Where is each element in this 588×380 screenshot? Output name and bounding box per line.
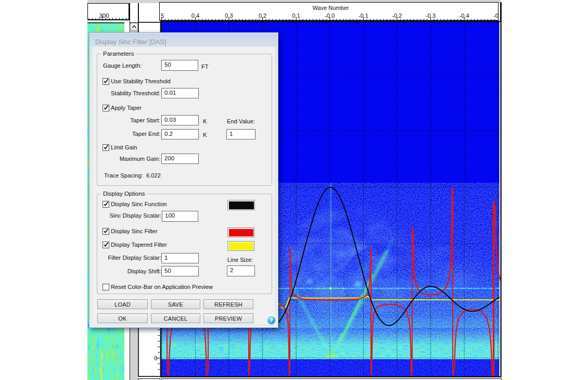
svg-text:-0.1: -0.1 — [359, 12, 368, 19]
svg-text:-0.0: -0.0 — [325, 12, 335, 19]
svg-text:-0.: -0. — [493, 12, 498, 19]
svg-text:0.2: 0.2 — [259, 12, 266, 19]
svg-text:0.3: 0.3 — [225, 12, 233, 19]
svg-text:-0.3: -0.3 — [426, 12, 436, 19]
svg-text:5: 5 — [161, 12, 164, 19]
svg-text:Wave Number: Wave Number — [313, 5, 349, 11]
svg-text:-0.4: -0.4 — [459, 12, 469, 19]
svg-text:0.4: 0.4 — [191, 12, 199, 19]
svg-text:300: 300 — [99, 12, 109, 19]
svg-text:0: 0 — [154, 355, 157, 361]
svg-text:0.1: 0.1 — [292, 12, 300, 19]
svg-text:-0.2: -0.2 — [392, 12, 402, 19]
